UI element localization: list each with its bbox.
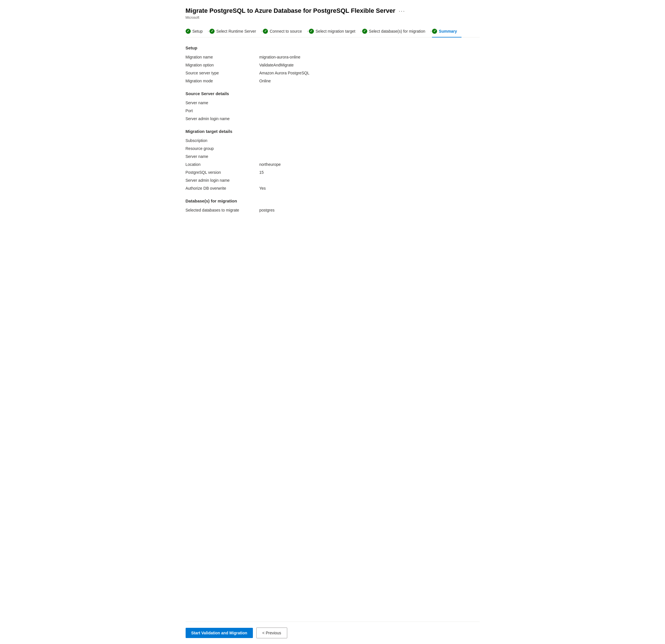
field-value-migration-mode: Online: [260, 79, 271, 83]
step-item-connect[interactable]: Connect to source: [263, 25, 306, 37]
field-label-migration-mode: Migration mode: [186, 79, 260, 83]
step-label-summary: Summary: [439, 29, 457, 34]
field-source-admin-login: Server admin login name: [186, 116, 480, 121]
publisher-label: Microsoft: [186, 16, 480, 20]
main-content: Setup Migration name migration-aurora-on…: [186, 45, 480, 622]
step-item-databases[interactable]: Select database(s) for migration: [362, 25, 430, 37]
field-source-server-name: Server name: [186, 100, 480, 105]
field-value-migration-name: migration-aurora-online: [260, 55, 301, 59]
step-label-connect: Connect to source: [270, 29, 302, 34]
field-migration-option: Migration option ValidateAndMigrate: [186, 63, 480, 67]
databases-section: Database(s) for migration Selected datab…: [186, 199, 480, 213]
step-check-connect: [263, 29, 268, 34]
field-label-source-admin-login: Server admin login name: [186, 116, 260, 121]
field-value-authorize-overwrite: Yes: [260, 186, 266, 190]
step-label-runtime: Select Runtime Server: [216, 29, 256, 34]
previous-button[interactable]: < Previous: [256, 627, 287, 638]
step-label-databases: Select database(s) for migration: [369, 29, 425, 34]
step-check-target: [309, 29, 314, 34]
field-migration-mode: Migration mode Online: [186, 79, 480, 83]
field-authorize-overwrite: Authorize DB overwrite Yes: [186, 186, 480, 190]
field-label-location: Location: [186, 162, 260, 167]
field-label-source-server-name: Server name: [186, 100, 260, 105]
step-separator: ›: [208, 29, 209, 33]
field-label-target-server-name: Server name: [186, 154, 260, 159]
field-value-selected-databases: postgres: [260, 208, 275, 213]
field-label-migration-name: Migration name: [186, 55, 260, 59]
setup-section-title: Setup: [186, 45, 480, 50]
field-location: Location northeurope: [186, 162, 480, 167]
step-check-databases: [362, 29, 367, 34]
target-section-title: Migration target details: [186, 129, 480, 134]
field-selected-databases: Selected databases to migrate postgres: [186, 208, 480, 213]
field-subscription: Subscription: [186, 138, 480, 143]
field-label-migration-option: Migration option: [186, 63, 260, 67]
field-value-location: northeurope: [260, 162, 281, 167]
setup-section: Setup Migration name migration-aurora-on…: [186, 45, 480, 83]
field-resource-group: Resource group: [186, 146, 480, 151]
step-item-setup[interactable]: Setup: [186, 25, 208, 37]
field-label-source-server-type: Source server type: [186, 71, 260, 75]
page-header: Migrate PostgreSQL to Azure Database for…: [186, 7, 480, 20]
field-source-server-type: Source server type Amazon Aurora Postgre…: [186, 71, 480, 75]
step-check-setup: [186, 29, 191, 34]
field-value-pg-version: 15: [260, 170, 264, 174]
field-target-server-name: Server name: [186, 154, 480, 159]
source-section-title: Source Server details: [186, 91, 480, 96]
field-label-subscription: Subscription: [186, 138, 260, 143]
field-pg-version: PostgreSQL version 15: [186, 170, 480, 174]
field-label-target-admin-login: Server admin login name: [186, 178, 260, 183]
field-label-resource-group: Resource group: [186, 146, 260, 151]
step-item-target[interactable]: Select migration target: [309, 25, 360, 37]
steps-nav: Setup›Select Runtime Server›Connect to s…: [186, 25, 480, 37]
step-separator: ›: [261, 29, 262, 33]
step-item-summary[interactable]: Summary: [432, 25, 461, 37]
field-label-selected-databases: Selected databases to migrate: [186, 208, 260, 213]
footer: Start Validation and Migration < Previou…: [186, 622, 480, 644]
more-options-icon[interactable]: ···: [399, 8, 405, 14]
field-migration-name: Migration name migration-aurora-online: [186, 55, 480, 59]
page-title: Migrate PostgreSQL to Azure Database for…: [186, 7, 395, 15]
databases-section-title: Database(s) for migration: [186, 199, 480, 203]
step-separator: ›: [307, 29, 308, 33]
field-label-authorize-overwrite: Authorize DB overwrite: [186, 186, 260, 190]
step-separator: ›: [360, 29, 362, 33]
step-check-summary: [432, 29, 437, 34]
step-check-runtime: [209, 29, 214, 34]
field-target-admin-login: Server admin login name: [186, 178, 480, 183]
field-value-migration-option: ValidateAndMigrate: [260, 63, 294, 67]
field-value-source-server-type: Amazon Aurora PostgreSQL: [260, 71, 310, 75]
start-validation-migration-button[interactable]: Start Validation and Migration: [186, 628, 253, 638]
field-label-pg-version: PostgreSQL version: [186, 170, 260, 174]
field-label-source-port: Port: [186, 109, 260, 113]
field-source-port: Port: [186, 109, 480, 113]
target-section: Migration target details Subscription Re…: [186, 129, 480, 190]
step-label-setup: Setup: [192, 29, 203, 34]
source-section: Source Server details Server name Port S…: [186, 91, 480, 121]
step-label-target: Select migration target: [316, 29, 355, 34]
step-item-runtime[interactable]: Select Runtime Server: [209, 25, 261, 37]
step-separator: ›: [430, 29, 432, 33]
